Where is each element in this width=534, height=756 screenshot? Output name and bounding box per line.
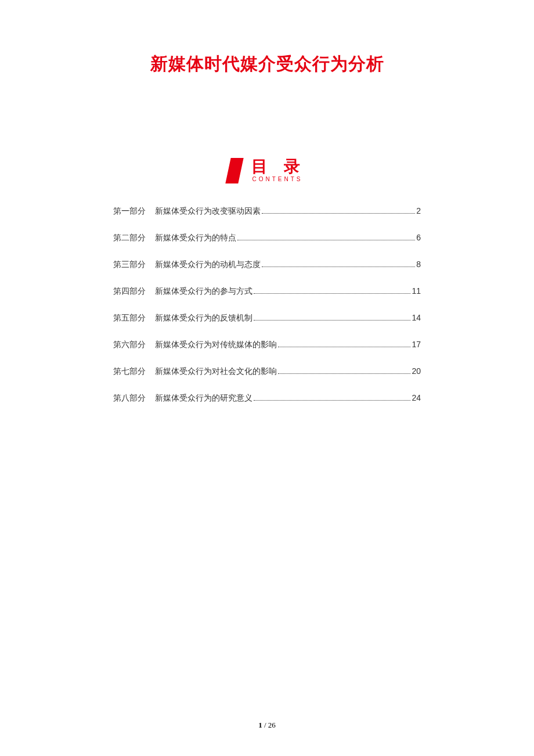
toc-entry-title: 新媒体受众行为的反馈机制: [155, 313, 252, 323]
toc-part-label: 第七部分: [113, 366, 146, 377]
toc-page-number: 2: [416, 206, 421, 215]
toc-item: 第六部分 新媒体受众行为对传统媒体的影响 17: [113, 340, 421, 350]
toc-page-number: 6: [416, 233, 421, 242]
toc-item: 第五部分 新媒体受众行为的反馈机制 14: [113, 313, 421, 323]
toc-leader-dots: [262, 267, 415, 267]
toc-list: 第一部分 新媒体受众行为改变驱动因素 2 第二部分 新媒体受众行为的特点 6 第…: [70, 206, 464, 404]
toc-page-number: 11: [412, 286, 421, 296]
toc-item: 第七部分 新媒体受众行为对社会文化的影响 20: [113, 366, 421, 377]
toc-item: 第八部分 新媒体受众行为的研究意义 24: [113, 393, 421, 404]
toc-page-number: 8: [416, 260, 421, 269]
toc-leader-dots: [237, 240, 415, 240]
toc-leader-dots: [254, 293, 410, 294]
bookmark-icon: [225, 158, 243, 183]
toc-entry-title: 新媒体受众行为改变驱动因素: [155, 206, 261, 217]
toc-entry-title: 新媒体受众行为对社会文化的影响: [155, 366, 277, 377]
toc-item: 第二部分 新媒体受众行为的特点 6: [113, 233, 421, 243]
toc-entry-title: 新媒体受众行为对传统媒体的影响: [155, 340, 277, 350]
toc-header: 目 录 CONTENTS: [70, 157, 464, 183]
toc-leader-dots: [254, 320, 410, 321]
toc-part-label: 第六部分: [113, 340, 146, 350]
toc-entry-title: 新媒体受众行为的动机与态度: [155, 260, 261, 270]
page-separator: /: [262, 721, 268, 729]
toc-part-label: 第五部分: [113, 313, 146, 323]
document-title: 新媒体时代媒介受众行为分析: [70, 52, 464, 76]
toc-part-label: 第二部分: [113, 233, 146, 243]
toc-part-label: 第八部分: [113, 393, 146, 404]
toc-entry-title: 新媒体受众行为的参与方式: [155, 286, 252, 297]
toc-entry-title: 新媒体受众行为的特点: [155, 233, 236, 243]
toc-item: 第三部分 新媒体受众行为的动机与态度 8: [113, 260, 421, 270]
toc-page-number: 14: [412, 313, 421, 322]
toc-leader-dots: [254, 400, 410, 401]
toc-part-label: 第三部分: [113, 260, 146, 270]
toc-leader-dots: [262, 213, 415, 214]
toc-page-number: 17: [412, 340, 421, 349]
toc-item: 第四部分 新媒体受众行为的参与方式 11: [113, 286, 421, 297]
toc-part-label: 第一部分: [113, 206, 146, 217]
toc-leader-dots: [278, 347, 410, 347]
document-page: 新媒体时代媒介受众行为分析 目 录 CONTENTS 第一部分 新媒体受众行为改…: [0, 0, 534, 404]
toc-page-number: 20: [412, 366, 421, 376]
toc-entry-title: 新媒体受众行为的研究意义: [155, 393, 252, 404]
toc-page-number: 24: [412, 393, 421, 402]
page-total: 26: [268, 721, 276, 729]
toc-label-wrap: 目 录 CONTENTS: [247, 159, 306, 182]
toc-sublabel: CONTENTS: [250, 177, 303, 182]
toc-label: 目 录: [247, 159, 306, 175]
toc-item: 第一部分 新媒体受众行为改变驱动因素 2: [113, 206, 421, 217]
toc-part-label: 第四部分: [113, 286, 146, 297]
toc-leader-dots: [278, 373, 410, 374]
page-footer: 1 / 26: [0, 721, 534, 730]
